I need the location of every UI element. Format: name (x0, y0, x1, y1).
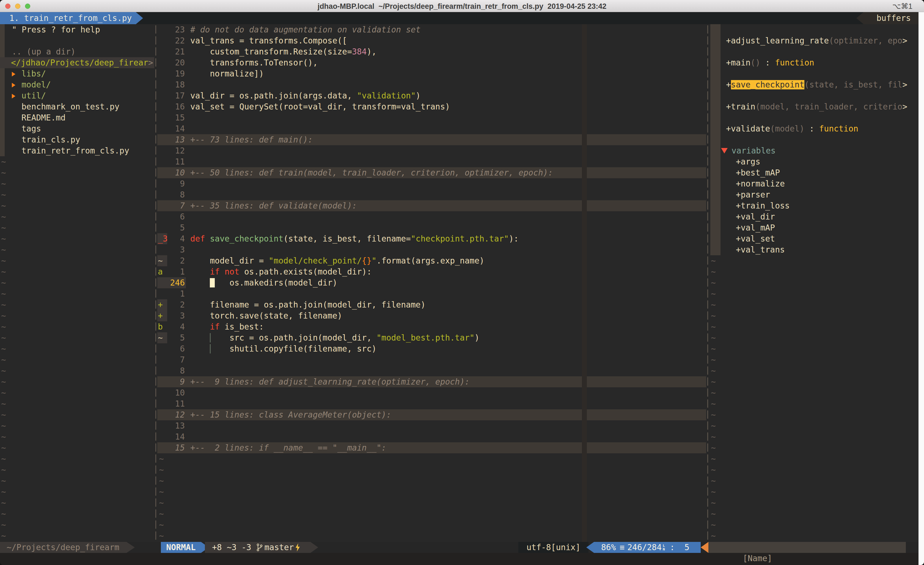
line-number: 21 (167, 46, 185, 57)
folder-collapsed-icon[interactable] (12, 83, 15, 87)
powerline-arrow-left-icon (586, 542, 594, 553)
tree-file[interactable]: benchmark_on_test.py (21, 101, 119, 112)
code-line[interactable]: normalize]) (190, 68, 264, 79)
code-line[interactable]: os.makedirs(model_dir) (190, 277, 338, 288)
code-line[interactable]: shutil.copyfile(filename, src) (190, 343, 376, 354)
code-line[interactable]: torch.save(state, filename) (190, 310, 342, 321)
empty-line: ~ (1, 321, 6, 332)
fold-line[interactable]: 15+-- 2 lines: if __name__ == "__main__"… (157, 442, 706, 453)
tag-item[interactable]: +validate(model) : function (726, 123, 858, 134)
mode-indicator: NORMAL (161, 542, 201, 553)
content-area: 23# do not do data augmentation on valid… (0, 24, 924, 542)
folder-collapsed-icon[interactable] (12, 72, 15, 77)
tree-file[interactable]: train_retr_from_cls.py (21, 145, 129, 156)
empty-line: ~ (1, 464, 6, 475)
tag-item[interactable]: +args (726, 156, 760, 167)
tag-item[interactable]: +train(model, train_loader, criterio> (726, 101, 907, 112)
code-line[interactable]: if not os.path.exists(model_dir): (190, 266, 372, 277)
buffers-label[interactable]: buffers (856, 12, 918, 24)
command-line (0, 553, 918, 565)
gutter-sign: + (157, 310, 167, 321)
empty-line: ~ (1, 200, 6, 211)
fold-line[interactable]: 10+-- 50 lines: def train(model, train_l… (157, 167, 706, 178)
tree-root[interactable]: </jdhao/Projects/deep_firear> (11, 57, 153, 68)
tree-file[interactable]: tags (21, 123, 41, 134)
tag-item[interactable]: +val_trans (726, 244, 785, 255)
code-line[interactable]: val_set = QuerySet(root=val_dir, transfo… (190, 101, 450, 112)
tag-item[interactable]: +best_mAP (726, 167, 780, 178)
tag-item[interactable]: +adjust_learning_rate(optimizer, epo> (726, 35, 907, 46)
line-number: 13 (167, 134, 185, 145)
window-separator-left[interactable] (154, 24, 157, 542)
tabline: 1. train_retr_from_cls.py buffers (0, 12, 924, 24)
code-line[interactable]: # do not do data augmentation on validat… (190, 24, 420, 35)
code-line[interactable]: filename = os.path.join(model_dir, filen… (190, 299, 425, 310)
code-line[interactable]: val_trans = transforms.Compose([ (190, 35, 347, 46)
tree-up-dir[interactable]: .. (up a dir) (12, 46, 76, 57)
code-line[interactable]: model_dir = "model/check_point/{}".forma… (190, 255, 484, 266)
tag-item[interactable]: +main() : function (726, 57, 814, 68)
tag-item[interactable]: +parser (726, 189, 770, 200)
fold-text: +-- 2 lines: if __name__ == "__main__": (190, 442, 386, 453)
folder-collapsed-icon[interactable] (12, 94, 15, 98)
collapse-triangle-icon[interactable] (721, 148, 728, 153)
tree-file[interactable]: README.md (21, 112, 66, 123)
line-number-icon: LN (663, 544, 665, 551)
empty-line: ~ (1, 420, 6, 431)
empty-line: ~ (711, 310, 716, 321)
code-line[interactable]: src = os.path.join(model_dir, "model_bes… (190, 332, 479, 343)
empty-line: ~ (711, 255, 716, 266)
empty-line: ~ (711, 486, 716, 497)
fold-line[interactable]: 12+-- 15 lines: class AverageMeter(objec… (157, 409, 706, 420)
code-line[interactable]: def save_checkpoint(state, is_best, file… (190, 233, 519, 244)
code-line[interactable]: transforms.ToTensor(), (190, 57, 318, 68)
line-number: 17 (167, 90, 185, 101)
empty-line: ~ (1, 189, 6, 200)
line-number: 2 (167, 255, 185, 266)
empty-line: ~ (1, 156, 6, 167)
tag-item[interactable]: +val_set (726, 233, 775, 244)
tree-folder[interactable]: libs/ (12, 68, 46, 79)
tag-item[interactable]: +normalize (726, 178, 785, 189)
tag-item[interactable]: +val_dir (726, 211, 775, 222)
gutter-sign: _3 (157, 233, 167, 244)
empty-line: ~ (1, 453, 6, 464)
fold-line[interactable]: 13+-- 73 lines: def main(): (157, 134, 706, 145)
fold-line[interactable]: 7+-- 35 lines: def validate(model): (157, 200, 706, 211)
tree-folder[interactable]: model/ (12, 79, 51, 90)
powerline-arrow-left-orange-icon (701, 542, 708, 553)
code-line[interactable]: custom_transform.Resize(size=384), (190, 46, 376, 57)
fold-line[interactable]: 9+-- 9 lines: def adjust_learning_rate(o… (157, 376, 706, 387)
line-number: 20 (167, 57, 185, 68)
git-status-segment: +8 ~3 -3 master (205, 542, 310, 553)
tag-item[interactable]: +val_mAP (726, 222, 775, 233)
git-hunks: +8 ~3 -3 (212, 542, 251, 553)
scrollbar[interactable] (918, 12, 924, 565)
empty-line: ~ (711, 420, 716, 431)
code-line[interactable]: if is_best: (190, 321, 264, 332)
empty-line: ~ (711, 442, 716, 453)
empty-line: ~ (711, 266, 716, 277)
tag-item[interactable]: +train_loss (726, 200, 790, 211)
line-number: 9 (167, 178, 185, 189)
gutter-sign: b (157, 321, 167, 332)
empty-line: ~ (1, 431, 6, 442)
gutter-sign: ~ (157, 332, 167, 343)
tab-current[interactable]: 1. train_retr_from_cls.py (0, 12, 136, 24)
empty-line: ~ (1, 530, 6, 541)
tag-item[interactable]: +save_checkpoint(state, is_best, fil> (726, 79, 907, 90)
tree-folder[interactable]: util/ (12, 90, 46, 101)
zoom-button[interactable] (25, 4, 30, 9)
close-button[interactable] (5, 4, 10, 9)
tree-file[interactable]: train_cls.py (21, 134, 80, 145)
highlighted-tag: save_checkpoint (731, 80, 804, 89)
tagbar-kind-variables[interactable]: variables (721, 145, 776, 156)
minimize-button[interactable] (15, 4, 20, 9)
window-separator-right[interactable] (706, 24, 709, 542)
empty-line: ~ (1, 519, 6, 530)
empty-line: ~ (1, 387, 6, 398)
line-number: 4 (167, 321, 185, 332)
code-line[interactable]: val_dir = os.path.join(args.data, "valid… (190, 90, 420, 101)
nerdtree-gutter-strip (0, 24, 4, 156)
empty-line: ~ (711, 409, 716, 420)
